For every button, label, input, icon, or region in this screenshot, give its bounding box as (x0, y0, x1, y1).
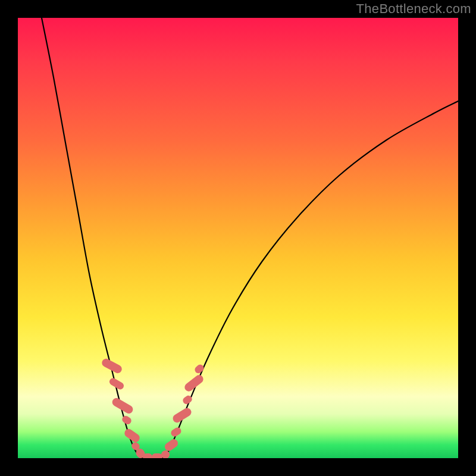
marker (171, 406, 193, 424)
marker (121, 415, 133, 426)
curve-svg (18, 18, 458, 458)
bottleneck-curve (42, 18, 458, 458)
plot-area (18, 18, 458, 458)
marker (123, 427, 142, 444)
marker (163, 437, 180, 452)
marker (170, 426, 183, 438)
marker (193, 363, 205, 374)
chart-frame: TheBottleneck.com (0, 0, 476, 476)
marker (143, 453, 152, 458)
watermark-text: TheBottleneck.com (356, 1, 471, 17)
marker (152, 453, 162, 458)
highlight-markers (101, 357, 205, 458)
